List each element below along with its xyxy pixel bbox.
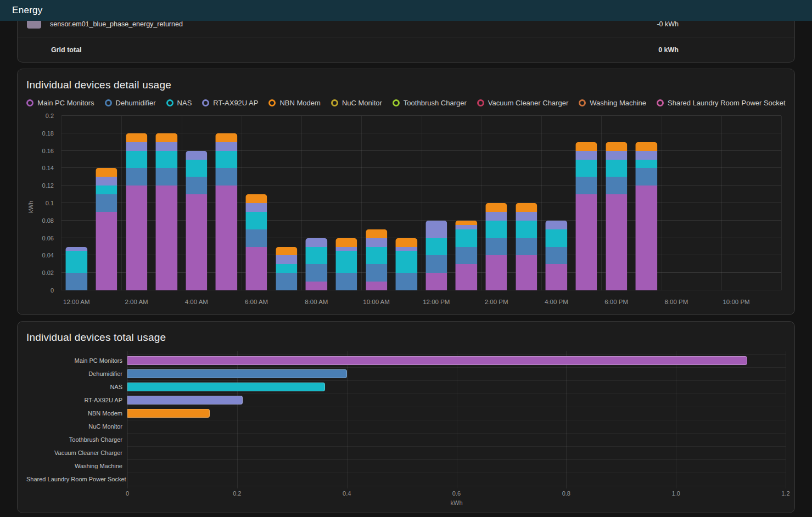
bar-segment [156, 151, 177, 168]
bar-segment [126, 186, 147, 290]
gridline-horizontal [127, 433, 786, 434]
stacked-bar[interactable] [245, 194, 267, 290]
stacked-bar[interactable] [485, 203, 507, 290]
gridline-vertical [422, 116, 422, 290]
total-bar[interactable] [127, 409, 210, 418]
bar-segment [66, 247, 87, 251]
bar-segment [306, 247, 327, 265]
stacked-bar[interactable] [306, 238, 327, 290]
legend-item[interactable]: Main PC Monitors [26, 99, 94, 107]
legend-item[interactable]: Shared Laundry Room Power Socket [657, 99, 786, 107]
stacked-bar[interactable] [516, 203, 537, 290]
bar-segment [485, 255, 507, 290]
bar-segment [606, 177, 627, 194]
bar-segment [276, 255, 297, 264]
stacked-bar[interactable] [126, 133, 147, 290]
bar-segment [425, 273, 447, 290]
stacked-bar[interactable] [575, 142, 597, 290]
stacked-bar[interactable] [156, 133, 177, 290]
legend-item[interactable]: RT-AX92U AP [202, 99, 258, 107]
legend-item[interactable]: Dehumidifier [105, 99, 156, 107]
bar-segment [516, 255, 537, 290]
legend-item[interactable]: NBN Modem [268, 99, 320, 107]
x-tick-label: 0.8 [562, 490, 570, 497]
legend-item[interactable]: Vacuum Cleaner Charger [477, 99, 568, 107]
legend-item[interactable]: NuC Monitor [331, 99, 382, 107]
total-bar[interactable] [127, 356, 747, 365]
stacked-bar[interactable] [366, 229, 387, 290]
category-label: Vacuum Cleaner Charger [26, 446, 127, 459]
gridline-horizontal [127, 446, 786, 447]
grid-total-label: Grid total [51, 46, 82, 54]
gridline-vertical [721, 116, 722, 290]
bar-segment [276, 247, 297, 256]
stacked-bar[interactable] [396, 238, 417, 290]
stacked-bar[interactable] [66, 247, 87, 291]
legend-item[interactable]: NAS [166, 99, 192, 107]
stacked-bar[interactable] [456, 221, 477, 290]
gridline-horizontal [127, 380, 786, 381]
bar-segment [276, 273, 297, 290]
bar-segment [516, 212, 537, 221]
x-tick-label: 6:00 AM [245, 299, 268, 305]
bar-segment [575, 194, 597, 290]
bar-segment [485, 238, 507, 256]
stacked-bar[interactable] [216, 133, 237, 290]
total-bar[interactable] [127, 396, 243, 404]
x-tick-label: 2:00 AM [125, 299, 148, 305]
bar-segment [546, 264, 567, 290]
stacked-bar[interactable] [276, 247, 297, 291]
grid-sources-card: sensor.em01_blue_phase_energy_returned -… [17, 21, 795, 63]
legend-label: NAS [177, 99, 192, 107]
y-tick-label: 0.2 [46, 113, 54, 119]
y-tick-label: 0.14 [42, 165, 54, 171]
y-tick-label: 0.04 [42, 252, 54, 258]
device-detail-usage-card: Individual devices detail usage Main PC … [17, 69, 795, 315]
x-tick-label: 10:00 PM [723, 299, 749, 305]
x-tick-label: 8:00 PM [664, 299, 688, 305]
plot-area [127, 351, 786, 488]
gridline-horizontal [127, 394, 786, 394]
bar-segment [245, 194, 267, 203]
total-bar[interactable] [127, 383, 325, 391]
gridline-horizontal [127, 459, 786, 460]
stacked-bar[interactable] [425, 221, 447, 290]
y-tick-label: 0.08 [42, 217, 54, 224]
y-tick-label: 0.06 [42, 235, 54, 241]
bar-segment [516, 221, 537, 238]
stacked-bar[interactable] [186, 151, 207, 290]
bar-segment [216, 142, 237, 151]
x-tick-label: 12:00 AM [63, 299, 90, 305]
bar-segment [96, 177, 117, 186]
legend-item[interactable]: Washing Machine [579, 99, 646, 107]
bar-segment [396, 238, 417, 247]
stacked-bar[interactable] [636, 142, 657, 290]
bar-segment [575, 142, 597, 151]
gridline-vertical [242, 116, 242, 290]
bar-segment [456, 264, 477, 290]
total-bar[interactable] [127, 369, 347, 378]
bar-segment [216, 133, 237, 142]
bar-segment [516, 238, 537, 256]
legend-color-marker [26, 99, 33, 106]
gridline-horizontal [127, 473, 786, 473]
stacked-bar[interactable] [335, 238, 357, 290]
legend-label: Vacuum Cleaner Charger [488, 99, 568, 107]
x-tick-label: 0.4 [343, 490, 351, 497]
x-tick-label: 10:00 AM [363, 299, 390, 305]
stacked-bar[interactable] [546, 221, 567, 290]
stacked-bar[interactable] [96, 168, 117, 290]
bar-segment [126, 133, 147, 142]
gridline-vertical [361, 116, 362, 290]
gridline-vertical [662, 116, 662, 290]
app-header: Energy [0, 0, 812, 21]
bar-segment [186, 160, 207, 177]
bar-segment [96, 168, 117, 177]
source-energy-value: -0 kWh [657, 21, 679, 28]
stacked-bar[interactable] [606, 142, 627, 290]
energy-dashboard: sensor.em01_blue_phase_energy_returned -… [0, 21, 812, 513]
bar-segment [606, 194, 627, 290]
legend-item[interactable]: Toothbrush Charger [393, 99, 467, 107]
legend-label: Toothbrush Charger [404, 99, 467, 107]
legend-label: NuC Monitor [342, 99, 382, 107]
